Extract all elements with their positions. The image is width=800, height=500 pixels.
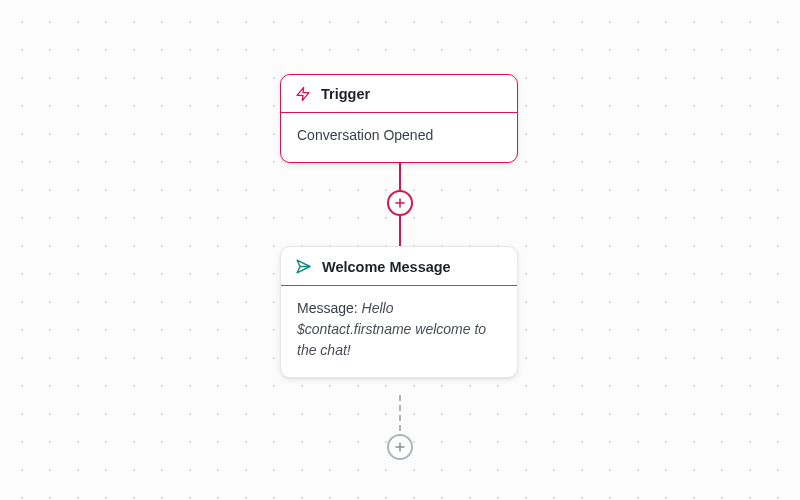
lightning-icon [295, 86, 311, 102]
send-icon [295, 258, 312, 275]
svg-marker-0 [297, 87, 309, 100]
trigger-node[interactable]: Trigger Conversation Opened [280, 74, 518, 163]
trigger-node-header: Trigger [281, 75, 517, 113]
trigger-node-body: Conversation Opened [281, 113, 517, 162]
action-node-header: Welcome Message [281, 247, 517, 286]
add-step-button[interactable] [387, 190, 413, 216]
trigger-event-label: Conversation Opened [297, 127, 433, 143]
action-node-title: Welcome Message [322, 259, 451, 275]
action-node[interactable]: Welcome Message Message: Hello $contact.… [280, 246, 518, 378]
message-label: Message: [297, 300, 362, 316]
action-node-body: Message: Hello $contact.firstname welcom… [281, 286, 517, 377]
add-step-button-end[interactable] [387, 434, 413, 460]
flow-canvas[interactable]: Trigger Conversation Opened Welcome Mess… [0, 0, 800, 500]
trigger-node-title: Trigger [321, 86, 370, 102]
